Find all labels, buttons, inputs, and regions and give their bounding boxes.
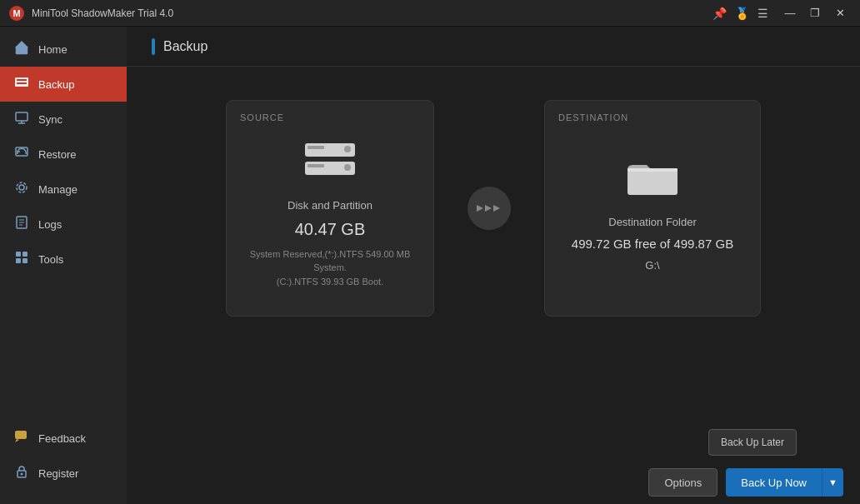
svg-marker-32 [485, 205, 492, 212]
sidebar-item-restore[interactable]: Restore [0, 137, 127, 172]
svg-point-24 [21, 473, 23, 476]
badge-icon[interactable]: 🏅 [735, 7, 749, 20]
sidebar-label-tools: Tools [38, 253, 63, 266]
titlebar-left: M MiniTool ShadowMaker Trial 4.0 [8, 5, 173, 22]
restore-icon [13, 145, 30, 163]
sidebar-item-register[interactable]: Register [0, 456, 127, 491]
sidebar-label-logs: Logs [38, 218, 62, 231]
arrow-button[interactable] [468, 187, 511, 230]
svg-rect-21 [15, 431, 27, 439]
svg-rect-34 [628, 170, 678, 195]
sidebar-item-sync[interactable]: Sync [0, 102, 127, 137]
title-accent [152, 38, 155, 55]
maximize-button[interactable]: ❐ [803, 4, 827, 22]
titlebar: M MiniTool ShadowMaker Trial 4.0 📌 🏅 ☰ —… [0, 0, 860, 27]
content-area: Backup SOURCE Disk an [127, 27, 860, 504]
page-header: Backup [127, 27, 860, 67]
destination-label: DESTINATION [558, 112, 628, 122]
register-icon [13, 464, 30, 482]
sidebar-label-home: Home [38, 43, 68, 56]
sidebar: Home Backup Sync [0, 27, 127, 504]
sidebar-label-register: Register [38, 467, 78, 480]
svg-point-11 [19, 185, 24, 190]
backup-now-button[interactable]: Back Up Now [726, 468, 822, 497]
manage-icon [13, 180, 30, 198]
backup-icon [13, 75, 30, 93]
window-controls: — ❐ ✕ [778, 4, 852, 22]
svg-rect-20 [22, 258, 28, 263]
sidebar-label-manage: Manage [38, 183, 78, 196]
close-button[interactable]: ✕ [828, 4, 852, 22]
pin-icon[interactable]: 📌 [712, 7, 727, 20]
svg-rect-26 [308, 146, 324, 149]
svg-point-12 [17, 182, 27, 192]
menu-icon[interactable]: ☰ [758, 7, 768, 20]
backup-later-text: Back Up Later [721, 437, 784, 448]
svg-rect-29 [308, 164, 324, 167]
logs-icon [13, 215, 30, 233]
svg-text:M: M [12, 8, 20, 18]
svg-marker-33 [493, 205, 500, 212]
svg-marker-3 [15, 41, 28, 47]
destination-name: Destination Folder [608, 216, 697, 228]
svg-rect-27 [344, 146, 351, 152]
sidebar-item-home[interactable]: Home [0, 32, 127, 67]
source-size: 40.47 GB [295, 220, 366, 239]
sync-icon [13, 110, 30, 128]
main-layout: Home Backup Sync [0, 27, 860, 504]
svg-rect-7 [16, 112, 28, 121]
page-title: Backup [163, 39, 208, 54]
backup-button-group: Back Up Now ▼ [726, 468, 843, 497]
sidebar-item-manage[interactable]: Manage [0, 172, 127, 207]
svg-rect-5 [17, 79, 27, 81]
svg-rect-18 [22, 252, 28, 257]
disk-partition-icon [301, 137, 359, 186]
svg-rect-19 [16, 258, 21, 263]
titlebar-icon-group: 📌 🏅 ☰ [712, 7, 768, 20]
sidebar-label-feedback: Feedback [38, 432, 86, 445]
feedback-icon [13, 429, 30, 447]
app-title: MiniTool ShadowMaker Trial 4.0 [32, 7, 173, 19]
destination-card[interactable]: DESTINATION Destination Folder 499.72 GB… [544, 100, 761, 317]
home-icon [13, 40, 30, 58]
minimize-button[interactable]: — [778, 4, 802, 22]
source-card[interactable]: SOURCE Disk and Partition 40.47 GB Syste… [226, 100, 434, 317]
svg-rect-6 [17, 82, 27, 84]
bottom-bar: Back Up Later Options Back Up Now ▼ [127, 461, 860, 504]
sidebar-bottom: Feedback Register [0, 421, 127, 504]
folder-icon [623, 153, 682, 202]
sidebar-label-restore: Restore [38, 148, 77, 161]
app-logo: M [8, 5, 25, 22]
backup-dropdown-button[interactable]: ▼ [822, 468, 843, 497]
source-label: SOURCE [240, 112, 284, 122]
options-button[interactable]: Options [648, 468, 718, 497]
sidebar-item-backup[interactable]: Backup [0, 67, 127, 102]
svg-rect-17 [16, 252, 21, 257]
svg-marker-31 [477, 205, 483, 212]
sidebar-item-tools[interactable]: Tools [0, 242, 127, 277]
tools-icon [13, 250, 30, 268]
sidebar-label-backup: Backup [38, 78, 74, 91]
backup-later-tooltip: Back Up Later [708, 429, 797, 456]
svg-rect-2 [16, 47, 28, 54]
arrow-container [468, 187, 511, 230]
sidebar-item-feedback[interactable]: Feedback [0, 421, 127, 456]
destination-path: G:\ [645, 259, 659, 272]
source-name: Disk and Partition [288, 199, 372, 212]
svg-marker-22 [15, 439, 19, 442]
page-title-bar: Backup [152, 38, 208, 55]
source-desc: System Reserved,(*:).NTFS 549.00 MB Syst… [243, 247, 417, 289]
svg-rect-30 [344, 164, 351, 171]
sidebar-item-logs[interactable]: Logs [0, 207, 127, 242]
sidebar-label-sync: Sync [38, 113, 62, 126]
svg-rect-35 [628, 168, 678, 172]
destination-free: 499.72 GB free of 499.87 GB [572, 237, 733, 251]
backup-content: SOURCE Disk and Partition 40.47 GB Syste… [127, 75, 860, 342]
dropdown-chevron-icon: ▼ [828, 477, 838, 487]
svg-rect-4 [15, 77, 28, 87]
